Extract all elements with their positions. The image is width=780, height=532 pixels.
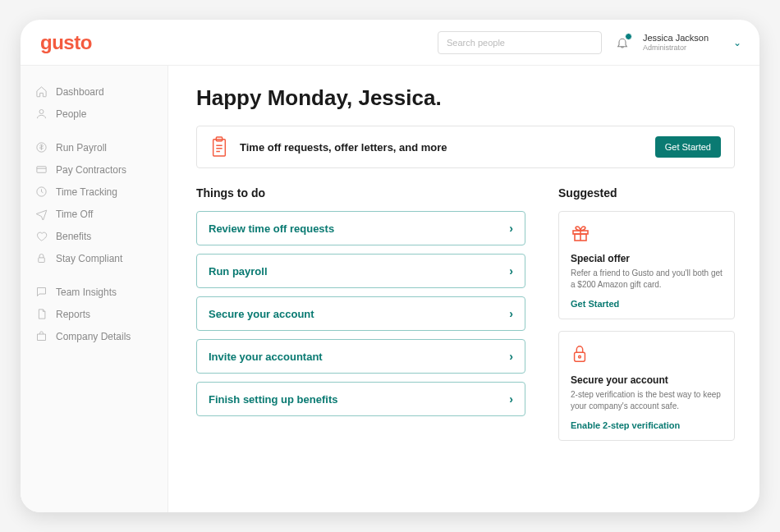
sidebar-item-people[interactable]: People [21,103,167,125]
things-to-do-heading: Things to do [196,186,525,200]
chevron-right-icon: › [509,307,513,320]
topbar: gusto Jessica Jackson Administrator ⌄ [21,20,759,66]
sidebar-item-label: Run Payroll [56,142,107,154]
sidebar-item-label: Reports [56,309,90,320]
sidebar-item-label: Dashboard [56,86,104,98]
sidebar-item-run-payroll[interactable]: Run Payroll [21,136,167,158]
chat-icon [35,286,48,298]
sidebar-item-benefits[interactable]: Benefits [21,225,167,247]
gift-icon [571,223,723,246]
person-icon [35,108,48,120]
chevron-right-icon: › [509,264,513,277]
suggested-heading: Suggested [558,186,735,200]
todo-label: Run payroll [209,265,268,277]
heart-icon [35,230,48,242]
user-menu[interactable]: Jessica Jackson Administrator [643,33,717,52]
doc-icon [35,308,48,320]
sidebar-item-dashboard[interactable]: Dashboard [21,80,167,103]
sidebar-item-label: Benefits [56,231,91,242]
plane-icon [35,208,48,220]
todo-item-invite-accountant[interactable]: Invite your accountant › [196,339,525,374]
suggested-card-special-offer: Special offer Refer a friend to Gusto an… [558,211,735,319]
notifications-button[interactable] [615,35,630,50]
suggested-section: Suggested Special offer Refer a friend t… [558,186,735,452]
main: Happy Monday, Jessica. Time off requests… [168,66,759,512]
sidebar-item-label: People [56,108,86,120]
nav-group-1: Dashboard People [21,80,167,125]
sidebar-item-label: Company Details [56,331,131,342]
sidebar-item-time-tracking[interactable]: Time Tracking [21,181,167,203]
lock-icon [571,343,723,368]
card-body: 2-step verification is the best way to k… [571,389,723,412]
todo-label: Secure your account [209,308,314,320]
todo-label: Review time off requests [209,222,334,235]
onboarding-banner: Time off requests, offer letters, and mo… [196,126,735,168]
home-icon [35,85,48,98]
app-frame: gusto Jessica Jackson Administrator ⌄ Da… [21,20,759,512]
sidebar-item-pay-contractors[interactable]: Pay Contractors [21,158,167,181]
sidebar-item-label: Team Insights [56,287,117,298]
nav-group-2: Run Payroll Pay Contractors Time Trackin… [21,136,167,269]
banner-text: Time off requests, offer letters, and mo… [240,141,644,154]
chevron-right-icon: › [509,350,513,363]
svg-point-0 [39,110,44,114]
dollar-icon [35,141,48,154]
todo-item-run-payroll[interactable]: Run payroll › [196,254,525,288]
card-link-get-started[interactable]: Get Started [571,299,723,309]
sidebar-item-time-off[interactable]: Time Off [21,203,167,225]
logo: gusto [40,31,92,54]
sidebar-item-label: Time Tracking [56,186,117,198]
svg-rect-5 [213,140,226,156]
notification-badge [625,33,632,40]
columns: Things to do Review time off requests › … [196,186,735,452]
svg-rect-9 [575,352,585,361]
bag-icon [35,330,48,342]
todo-label: Invite your accountant [209,351,323,363]
card-icon [35,163,48,176]
card-body: Refer a friend to Gusto and you'll both … [571,268,723,291]
suggested-card-secure-account: Secure your account 2-step verification … [558,331,735,441]
chevron-down-icon: ⌄ [730,37,745,48]
body: Dashboard People Run Payroll Pay Contrac… [21,66,759,512]
clipboard-icon [210,136,228,158]
lock-icon [35,252,48,264]
sidebar-item-company-details[interactable]: Company Details [21,325,167,347]
things-to-do-section: Things to do Review time off requests › … [196,186,525,452]
user-role: Administrator [643,44,717,52]
sidebar-item-reports[interactable]: Reports [21,303,167,325]
todo-label: Finish setting up benefits [209,393,337,406]
svg-point-10 [579,355,581,358]
search-input[interactable] [438,31,602,54]
sidebar-item-label: Stay Compliant [56,253,122,264]
svg-rect-2 [37,167,46,173]
card-title: Secure your account [571,374,723,386]
card-link-enable-2step[interactable]: Enable 2-step verification [571,420,723,430]
chevron-right-icon: › [509,222,513,235]
sidebar-item-team-insights[interactable]: Team Insights [21,281,167,303]
todo-item-secure-account[interactable]: Secure your account › [196,296,525,331]
card-title: Special offer [571,253,723,264]
sidebar-item-label: Time Off [56,209,93,220]
todo-item-review-time-off[interactable]: Review time off requests › [196,211,525,245]
user-name: Jessica Jackson [643,33,717,44]
get-started-button[interactable]: Get Started [655,136,721,158]
nav-group-3: Team Insights Reports Company Details [21,281,167,347]
sidebar-item-label: Pay Contractors [56,164,126,176]
page-title: Happy Monday, Jessica. [196,85,735,111]
sidebar-item-stay-compliant[interactable]: Stay Compliant [21,247,167,269]
sidebar: Dashboard People Run Payroll Pay Contrac… [21,66,168,512]
clock-icon [35,186,48,198]
todo-item-finish-benefits[interactable]: Finish setting up benefits › [196,382,525,416]
chevron-right-icon: › [509,392,513,406]
svg-rect-4 [39,258,45,263]
